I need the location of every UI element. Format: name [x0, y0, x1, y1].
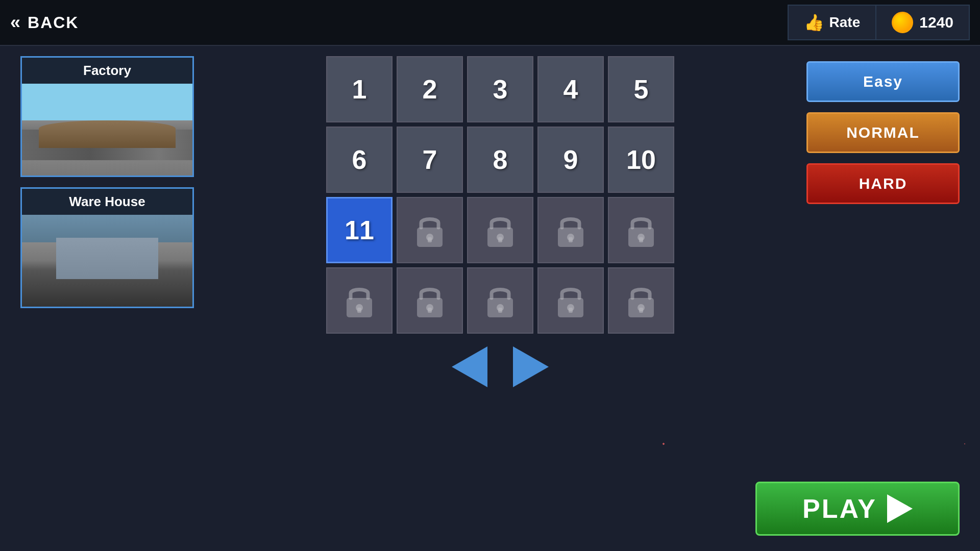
thumbs-up-icon: 👍	[804, 13, 824, 32]
main-content: Factory Ware House 1234567891011	[0, 46, 980, 551]
play-label: PLAY	[802, 493, 877, 524]
svg-rect-26	[639, 308, 643, 313]
right-panel: Easy NORMAL HARD	[806, 56, 960, 541]
svg-rect-5	[498, 237, 502, 242]
level-cell-9[interactable]: 9	[537, 127, 604, 193]
lock-icon	[412, 280, 448, 321]
lock-icon	[482, 210, 518, 251]
level-cell-11[interactable]: 11	[326, 197, 393, 263]
coin-icon	[892, 12, 913, 33]
back-label: BACK	[28, 13, 79, 32]
level-cell-1[interactable]: 1	[326, 56, 393, 122]
play-arrow-icon	[887, 494, 913, 523]
level-cell-17	[397, 267, 463, 334]
coins-display: 1240	[876, 5, 970, 40]
warehouse-title: Ware House	[22, 189, 192, 215]
lock-icon	[412, 210, 448, 251]
level-number-7: 7	[423, 144, 437, 175]
level-cell-8[interactable]: 8	[467, 127, 533, 193]
header-right: 👍 Rate 1240	[788, 5, 970, 40]
back-arrows-icon: «	[10, 12, 21, 33]
next-page-button[interactable]	[510, 349, 551, 385]
header: « BACK 👍 Rate 1240	[0, 0, 980, 46]
svg-rect-17	[428, 308, 432, 313]
lock-icon	[553, 210, 589, 251]
level-cell-19	[537, 267, 604, 334]
play-btn-container: PLAY	[755, 482, 960, 536]
svg-rect-23	[569, 308, 573, 313]
factory-title: Factory	[22, 58, 192, 84]
level-number-4: 4	[564, 74, 578, 105]
rate-button[interactable]: 👍 Rate	[788, 5, 877, 40]
level-cell-12	[397, 197, 463, 263]
level-number-5: 5	[634, 74, 649, 105]
lock-icon	[341, 280, 377, 321]
prev-page-button[interactable]	[449, 349, 490, 385]
rate-label: Rate	[829, 14, 861, 31]
coin-amount: 1240	[919, 14, 953, 31]
play-button[interactable]: PLAY	[755, 482, 960, 536]
level-cell-13	[467, 197, 533, 263]
left-arrow-icon	[452, 346, 487, 387]
svg-rect-14	[357, 308, 361, 313]
lock-icon	[553, 280, 589, 321]
level-cell-18	[467, 267, 533, 334]
lock-icon	[482, 280, 518, 321]
level-number-10: 10	[626, 144, 656, 175]
svg-rect-8	[569, 237, 573, 242]
level-cell-3[interactable]: 3	[467, 56, 533, 122]
level-cell-6[interactable]: 6	[326, 127, 393, 193]
levels-grid: 1234567891011	[326, 56, 674, 334]
locations-panel: Factory Ware House	[20, 56, 194, 541]
level-cell-10[interactable]: 10	[608, 127, 674, 193]
warehouse-card[interactable]: Ware House	[20, 187, 194, 308]
normal-button[interactable]: NORMAL	[806, 112, 960, 153]
level-cell-16	[326, 267, 393, 334]
nav-arrows	[449, 349, 551, 385]
level-number-6: 6	[352, 144, 367, 175]
level-number-2: 2	[423, 74, 437, 105]
warehouse-image	[22, 215, 192, 307]
level-cell-7[interactable]: 7	[397, 127, 463, 193]
right-arrow-icon	[513, 346, 549, 387]
grid-section: 1234567891011	[209, 56, 791, 541]
lock-icon	[623, 210, 659, 251]
svg-rect-2	[428, 237, 432, 242]
hard-button[interactable]: HARD	[806, 163, 960, 204]
factory-image	[22, 84, 192, 176]
level-number-1: 1	[352, 74, 367, 105]
level-number-3: 3	[493, 74, 508, 105]
level-cell-2[interactable]: 2	[397, 56, 463, 122]
level-cell-5[interactable]: 5	[608, 56, 674, 122]
level-cell-14	[537, 197, 604, 263]
svg-rect-11	[639, 237, 643, 242]
factory-card[interactable]: Factory	[20, 56, 194, 177]
level-cell-15	[608, 197, 674, 263]
level-cell-4[interactable]: 4	[537, 56, 604, 122]
easy-button[interactable]: Easy	[806, 61, 960, 102]
svg-rect-20	[498, 308, 502, 313]
back-button[interactable]: « BACK	[10, 12, 79, 33]
level-number-11: 11	[345, 215, 374, 245]
lock-icon	[623, 280, 659, 321]
level-number-8: 8	[493, 144, 508, 175]
level-number-9: 9	[564, 144, 578, 175]
level-cell-20	[608, 267, 674, 334]
